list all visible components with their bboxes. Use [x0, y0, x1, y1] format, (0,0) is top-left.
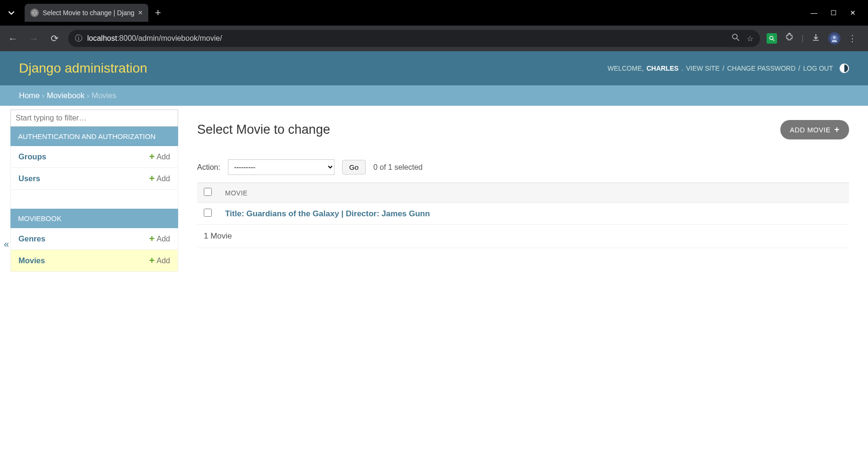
- plus-icon: +: [149, 151, 155, 162]
- sidebar-collapse-icon[interactable]: «: [4, 239, 9, 249]
- tab-title: Select Movie to change | Djang: [43, 9, 135, 17]
- close-window-icon[interactable]: ✕: [850, 9, 856, 17]
- tab-bar: Select Movie to change | Djang × + — ☐ ✕: [0, 0, 868, 26]
- back-button[interactable]: ←: [6, 31, 20, 46]
- sidebar-model-link[interactable]: Users: [18, 174, 40, 183]
- extension-icon[interactable]: [767, 33, 777, 44]
- actions-bar: Action: --------- Go 0 of 1 selected: [197, 159, 849, 175]
- sidebar: « AUTHENTICATION AND AUTHORIZATION Group…: [0, 106, 178, 450]
- add-link[interactable]: +Add: [149, 255, 170, 266]
- sidebar-item-movies: Movies +Add: [10, 250, 178, 272]
- breadcrumb-current: Movies: [91, 91, 116, 100]
- svg-point-3: [769, 37, 773, 40]
- add-movie-button[interactable]: ADD MOVIE +: [780, 120, 849, 139]
- admin-header: Django administration WELCOME, CHARLES. …: [0, 51, 868, 85]
- breadcrumb-home[interactable]: Home: [19, 91, 40, 100]
- reload-button[interactable]: ⟳: [47, 31, 62, 46]
- selection-count: 0 of 1 selected: [373, 163, 423, 172]
- table-row: Title: Guardians of the Galaxy | Directo…: [197, 203, 849, 225]
- plus-icon: +: [149, 233, 155, 244]
- extensions-icon[interactable]: [785, 33, 794, 44]
- close-icon[interactable]: ×: [138, 9, 143, 17]
- globe-icon: [30, 9, 39, 17]
- sidebar-model-link[interactable]: Groups: [18, 152, 46, 161]
- sidebar-app-header[interactable]: AUTHENTICATION AND AUTHORIZATION: [10, 127, 178, 146]
- plus-icon: +: [149, 255, 155, 266]
- username: CHARLES: [646, 65, 678, 72]
- change-password-link[interactable]: CHANGE PASSWORD: [727, 65, 796, 72]
- row-checkbox[interactable]: [204, 209, 212, 217]
- add-link[interactable]: +Add: [149, 151, 170, 162]
- menu-icon[interactable]: ⋮: [848, 33, 857, 44]
- add-link[interactable]: +Add: [149, 233, 170, 244]
- logout-link[interactable]: LOG OUT: [803, 65, 833, 72]
- sidebar-model-link[interactable]: Movies: [18, 256, 45, 265]
- add-button-label: ADD MOVIE: [790, 126, 831, 134]
- sidebar-model-link[interactable]: Genres: [18, 234, 45, 243]
- profile-avatar[interactable]: [828, 32, 841, 45]
- plus-icon: +: [149, 173, 155, 184]
- sidebar-item-genres: Genres +Add: [10, 228, 178, 250]
- svg-line-2: [737, 38, 739, 41]
- action-label: Action:: [197, 163, 220, 172]
- paginator: 1 Movie: [197, 225, 849, 248]
- svg-point-1: [732, 34, 737, 39]
- action-select[interactable]: ---------: [228, 159, 335, 175]
- browser-chrome: Select Movie to change | Djang × + — ☐ ✕…: [0, 0, 868, 51]
- content-header: Select Movie to change ADD MOVIE +: [197, 120, 849, 139]
- page-title: Select Movie to change: [197, 122, 330, 137]
- sidebar-item-users: Users +Add: [10, 168, 178, 190]
- breadcrumb-app[interactable]: Moviebook: [47, 91, 85, 100]
- tab-search-dropdown[interactable]: [4, 5, 19, 20]
- admin-body: « AUTHENTICATION AND AUTHORIZATION Group…: [0, 106, 868, 450]
- column-header-movie[interactable]: MOVIE: [225, 189, 248, 197]
- new-tab-button[interactable]: +: [155, 7, 161, 19]
- sidebar-app-auth: AUTHENTICATION AND AUTHORIZATION Groups …: [10, 127, 178, 209]
- browser-tab[interactable]: Select Movie to change | Djang ×: [25, 4, 148, 22]
- plus-icon: +: [834, 125, 840, 135]
- url-text: localhost:8000/admin/moviebook/movie/: [87, 34, 222, 43]
- chevron-down-icon: [8, 9, 15, 16]
- content: Select Movie to change ADD MOVIE + Actio…: [178, 106, 868, 450]
- theme-toggle-icon[interactable]: [840, 64, 849, 73]
- sidebar-app-header[interactable]: MOVIEBOOK: [10, 209, 178, 228]
- sidebar-item-groups: Groups +Add: [10, 146, 178, 168]
- view-site-link[interactable]: VIEW SITE: [686, 65, 720, 72]
- row-link[interactable]: Title: Guardians of the Galaxy | Directo…: [225, 209, 430, 219]
- info-icon[interactable]: ⓘ: [75, 34, 82, 44]
- table-header: MOVIE: [197, 183, 849, 203]
- sidebar-filter-input[interactable]: [10, 110, 178, 127]
- breadcrumb: Home › Moviebook › Movies: [0, 85, 868, 106]
- url-bar[interactable]: ⓘ localhost:8000/admin/moviebook/movie/ …: [68, 30, 760, 47]
- user-links: WELCOME, CHARLES. VIEW SITE / CHANGE PAS…: [607, 64, 849, 73]
- add-link[interactable]: +Add: [149, 173, 170, 184]
- select-all-checkbox[interactable]: [204, 188, 212, 196]
- welcome-label: WELCOME,: [607, 65, 643, 72]
- downloads-icon[interactable]: [811, 33, 821, 44]
- forward-button[interactable]: →: [27, 31, 41, 46]
- go-button[interactable]: Go: [342, 160, 366, 175]
- maximize-icon[interactable]: ☐: [831, 9, 837, 17]
- svg-line-4: [773, 39, 774, 41]
- site-title[interactable]: Django administration: [19, 61, 147, 76]
- sidebar-app-moviebook: MOVIEBOOK Genres +Add Movies +Add: [10, 209, 178, 272]
- results-table: MOVIE Title: Guardians of the Galaxy | D…: [197, 183, 849, 248]
- nav-bar: ← → ⟳ ⓘ localhost:8000/admin/moviebook/m…: [0, 26, 868, 51]
- bookmark-icon[interactable]: ☆: [747, 34, 753, 43]
- minimize-icon[interactable]: —: [811, 9, 817, 17]
- zoom-icon[interactable]: [732, 33, 740, 44]
- window-controls: — ☐ ✕: [811, 9, 864, 17]
- svg-point-6: [833, 36, 836, 39]
